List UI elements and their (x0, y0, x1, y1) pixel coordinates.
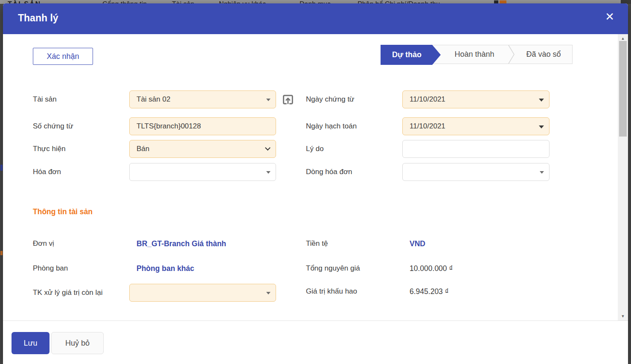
don-vi-link[interactable]: BR_GT-Branch Giá thành (137, 239, 226, 248)
info-row-tien-te: Tiền tệ VND (306, 235, 425, 253)
form-row-ly-do: Lý do (306, 140, 550, 158)
scrollbar-thumb[interactable] (619, 41, 627, 137)
dropdown-value: Tài sản 02 (137, 95, 170, 104)
info-row-don-vi: Đơn vị BR_GT-Branch Giá thành (33, 235, 226, 253)
field-label: TK xử lý giá trị còn lại (33, 288, 129, 297)
tien-te-value: VND (410, 239, 425, 248)
stepper-separator (508, 45, 515, 64)
field-label: Tổng nguyên giá (306, 264, 402, 273)
open-asset-icon[interactable] (282, 93, 294, 106)
stepper-step-du-thao[interactable]: Dự thảo (381, 45, 441, 65)
field-label: Phòng ban (33, 264, 129, 273)
modal-title: Thanh lý (18, 12, 58, 24)
info-row-tk-xu-ly: TK xử lý giá trị còn lại (33, 284, 276, 302)
form-row-ngay-chung-tu: Ngày chứng từ 11/10/2021 (306, 90, 550, 108)
form-row-so-chung-tu: Số chứng từ (33, 117, 276, 135)
chevron-down-icon (266, 292, 270, 294)
field-label: Giá trị khấu hao (306, 287, 402, 296)
tong-nguyen-gia-value: 10.000.000 ₫ (410, 264, 453, 273)
tk-xu-ly-dropdown[interactable] (129, 284, 276, 302)
field-label: Thực hiện (33, 145, 129, 153)
section-heading-asset-info: Thông tin tài sản (33, 207, 93, 216)
stepper-step-da-vao-so[interactable]: Đã vào sổ (515, 45, 572, 64)
field-label: Đơn vị (33, 239, 129, 248)
phong-ban-link[interactable]: Phòng ban khác (137, 264, 194, 273)
status-stepper: Dự thảo Hoàn thành Đã vào sổ (381, 45, 573, 64)
field-label: Số chứng từ (33, 122, 129, 131)
field-label: Tiền tệ (306, 239, 402, 248)
field-label: Ngày hạch toán (306, 122, 402, 131)
info-row-phong-ban: Phòng ban Phòng ban khác (33, 259, 194, 277)
tai-san-dropdown[interactable]: Tài sản 02 (129, 90, 276, 108)
gia-tri-khau-hao-value: 6.945.203 ₫ (410, 287, 449, 296)
field-label: Hóa đơn (33, 168, 129, 176)
scroll-down-icon[interactable]: ▼ (618, 313, 628, 320)
modal-body: Xác nhận Dự thảo Hoàn thành Đã vào sổ Tà… (3, 34, 618, 320)
chevron-down-icon (539, 99, 544, 102)
form-row-tai-san: Tài sản Tài sản 02 (33, 90, 294, 108)
chevron-down-icon (540, 171, 544, 174)
info-row-tong-nguyen-gia: Tổng nguyên giá 10.000.000 ₫ (306, 259, 453, 277)
field-label: Tài sản (33, 95, 129, 104)
modal-footer: Lưu Huỷ bỏ (3, 320, 628, 364)
save-button[interactable]: Lưu (12, 332, 49, 354)
form-row-thuc-hien: Thực hiện Bán (33, 140, 276, 158)
field-label: Ngày chứng từ (306, 95, 402, 104)
chevron-down-icon (539, 125, 544, 128)
ngay-hach-toan-datepicker[interactable]: 11/10/2021 (402, 117, 550, 135)
modal-header: Thanh lý ✕ (3, 3, 628, 34)
chevron-down-icon (265, 145, 270, 151)
date-value: 11/10/2021 (410, 95, 445, 104)
form-row-dong-hoa-don: Dòng hóa đơn (306, 163, 550, 181)
form-row-hoa-don: Hóa đơn (33, 163, 276, 181)
chevron-down-icon (266, 99, 270, 101)
modal-scrollbar[interactable]: ▲ ▼ (618, 34, 628, 320)
liquidation-modal: Thanh lý ✕ Xác nhận Dự thảo Hoàn thành Đ… (3, 3, 628, 364)
chevron-down-icon (266, 171, 270, 174)
background-edge-fragment (0, 251, 3, 255)
background-edge-fragment (0, 165, 3, 171)
date-value: 11/10/2021 (410, 122, 445, 131)
form-row-ngay-hach-toan: Ngày hạch toán 11/10/2021 (306, 117, 550, 135)
so-chung-tu-input[interactable] (129, 117, 276, 135)
field-label: Dòng hóa đơn (306, 168, 402, 176)
close-icon[interactable]: ✕ (605, 11, 614, 22)
hoa-don-dropdown[interactable] (129, 163, 276, 181)
stepper-step-hoan-thanh[interactable]: Hoàn thành (441, 45, 508, 64)
confirm-button[interactable]: Xác nhận (33, 48, 93, 65)
ngay-chung-tu-datepicker[interactable]: 11/10/2021 (402, 90, 550, 108)
select-value: Bán (137, 145, 149, 153)
info-row-gia-tri-khau-hao: Giá trị khấu hao 6.945.203 ₫ (306, 282, 449, 300)
ly-do-input[interactable] (402, 140, 550, 158)
field-label: Lý do (306, 145, 402, 153)
dong-hoa-don-dropdown[interactable] (402, 163, 550, 181)
thuc-hien-select[interactable]: Bán (129, 140, 276, 158)
cancel-button[interactable]: Huỷ bỏ (51, 332, 104, 354)
